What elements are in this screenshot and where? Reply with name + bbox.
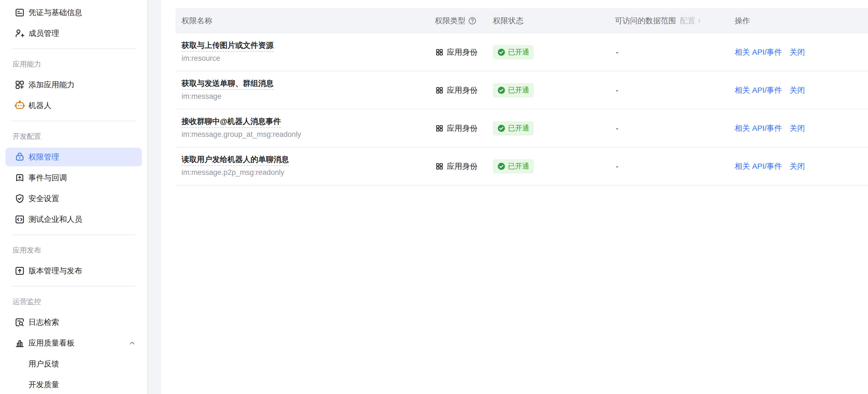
sidebar-subitem-dev-quality[interactable]: 开发质量 <box>0 374 147 394</box>
status-badge: 已开通 <box>493 159 534 173</box>
permission-name: 接收群聊中@机器人消息事件 <box>182 118 281 128</box>
permission-type: 应用身份 <box>447 123 477 133</box>
column-header-type: 权限类型 <box>435 15 493 26</box>
app-identity-icon <box>435 47 444 57</box>
developer-console-page: 凭证与基础信息 成员管理 应用能力 <box>0 0 868 394</box>
sidebar-item-label: 安全设置 <box>29 193 59 204</box>
permission-name: 读取用户发给机器人的单聊消息 <box>182 156 289 166</box>
grid-plus-icon <box>14 79 25 90</box>
sidebar-item-events-callbacks[interactable]: 事件与回调 <box>0 167 147 188</box>
status-badge: 已开通 <box>493 45 534 59</box>
app-identity-icon <box>435 162 444 171</box>
sidebar-divider <box>0 230 147 240</box>
sidebar-item-label: 权限管理 <box>29 152 59 162</box>
configure-scope-link[interactable]: 配置 <box>680 15 703 26</box>
bar-chart-icon <box>14 338 25 349</box>
sidebar-item-label: 日志检索 <box>29 317 59 328</box>
check-circle-icon <box>497 86 505 94</box>
sidebar-divider <box>0 281 147 291</box>
column-header-name: 权限名称 <box>176 15 435 26</box>
permission-code: im:message.p2p_msg:readonly <box>182 168 435 177</box>
sidebar: 凭证与基础信息 成员管理 应用能力 <box>0 0 148 394</box>
sidebar-section-app-capabilities: 应用能力 <box>0 54 147 74</box>
permissions-table: 权限名称 权限类型 权限状态 <box>176 8 868 186</box>
table-row: 接收群聊中@机器人消息事件 im:message.group_at_msg:re… <box>176 109 868 147</box>
permissions-content: 权限名称 权限类型 权限状态 <box>161 0 868 394</box>
permission-type: 应用身份 <box>447 85 477 96</box>
close-permission-link[interactable]: 关闭 <box>790 123 805 133</box>
scope-value: - <box>615 162 618 171</box>
robot-icon <box>14 100 25 111</box>
sidebar-section-ops-monitoring: 运营监控 <box>0 291 147 312</box>
sidebar-divider <box>0 116 147 126</box>
chevron-up-icon[interactable] <box>128 339 136 347</box>
close-permission-link[interactable]: 关闭 <box>790 85 805 96</box>
column-header-scope: 可访问的数据范围 配置 <box>615 15 735 26</box>
column-header-status: 权限状态 <box>493 15 615 26</box>
permission-code: im:message.group_at_msg:readonly <box>182 130 435 139</box>
sidebar-item-label: 添加应用能力 <box>29 79 74 90</box>
sidebar-item-credentials[interactable]: 凭证与基础信息 <box>0 2 147 23</box>
sidebar-item-log-search[interactable]: 日志检索 <box>0 312 147 333</box>
sidebar-content-gutter <box>148 0 161 394</box>
sidebar-item-permissions[interactable]: 权限管理 <box>5 148 142 166</box>
help-circle-icon[interactable] <box>468 17 476 25</box>
related-api-events-link[interactable]: 相关 API/事件 <box>735 85 782 96</box>
sidebar-divider <box>0 44 147 54</box>
close-permission-link[interactable]: 关闭 <box>790 47 805 58</box>
permission-name: 获取与发送单聊、群组消息 <box>182 79 274 90</box>
related-api-events-link[interactable]: 相关 API/事件 <box>735 47 782 58</box>
check-circle-icon <box>497 162 505 170</box>
id-card-icon <box>14 7 25 18</box>
table-row: 获取与上传图片或文件资源 im:resource 应用身份 已开通 <box>176 33 868 71</box>
close-permission-link[interactable]: 关闭 <box>790 161 805 171</box>
sidebar-item-label: 版本管理与发布 <box>29 266 82 276</box>
sidebar-item-add-capability[interactable]: 添加应用能力 <box>0 74 147 95</box>
log-search-icon <box>14 317 25 328</box>
app-identity-icon <box>435 124 444 133</box>
sidebar-item-version-release[interactable]: 版本管理与发布 <box>0 261 147 281</box>
user-plus-icon <box>14 28 25 39</box>
scope-value: - <box>615 48 618 57</box>
status-badge: 已开通 <box>493 83 534 97</box>
scope-value: - <box>615 124 618 133</box>
sidebar-item-label: 测试企业和人员 <box>29 214 82 225</box>
upload-square-icon <box>14 265 25 276</box>
column-header-actions: 操作 <box>735 15 868 26</box>
sidebar-subitem-user-feedback[interactable]: 用户反馈 <box>0 354 147 374</box>
app-identity-icon <box>435 86 444 95</box>
lock-icon <box>14 152 25 163</box>
event-plus-icon <box>14 172 25 183</box>
permission-name: 获取与上传图片或文件资源 <box>182 42 274 52</box>
sidebar-item-quality-dashboard[interactable]: 应用质量看板 <box>0 333 147 354</box>
sidebar-item-label: 凭证与基础信息 <box>29 7 82 18</box>
check-circle-icon <box>497 48 505 56</box>
sidebar-section-app-release: 应用发布 <box>0 240 147 261</box>
sidebar-item-label: 应用质量看板 <box>29 338 74 348</box>
sidebar-item-members[interactable]: 成员管理 <box>0 23 147 44</box>
chevron-right-icon <box>696 17 703 24</box>
table-row: 读取用户发给机器人的单聊消息 im:message.p2p_msg:readon… <box>176 147 868 186</box>
related-api-events-link[interactable]: 相关 API/事件 <box>735 161 782 171</box>
permission-type: 应用身份 <box>447 47 477 58</box>
sidebar-item-label: 事件与回调 <box>29 173 67 183</box>
sidebar-item-test-org-users[interactable]: 测试企业和人员 <box>0 209 147 230</box>
permission-code: im:message <box>182 92 435 101</box>
sidebar-item-label: 成员管理 <box>29 28 59 39</box>
table-header-row: 权限名称 权限类型 权限状态 <box>176 8 868 33</box>
status-badge: 已开通 <box>493 121 534 135</box>
permission-type: 应用身份 <box>447 161 477 171</box>
sidebar-section-dev-config: 开发配置 <box>0 126 147 147</box>
sidebar-item-bot[interactable]: 机器人 <box>0 95 147 116</box>
scope-value: - <box>615 86 618 95</box>
sidebar-item-label: 机器人 <box>29 100 52 111</box>
check-circle-icon <box>497 124 505 132</box>
related-api-events-link[interactable]: 相关 API/事件 <box>735 123 782 133</box>
code-square-icon <box>14 214 25 225</box>
permission-code: im:resource <box>182 54 435 63</box>
table-row: 获取与发送单聊、群组消息 im:message 应用身份 已开通 <box>176 71 868 109</box>
shield-check-icon <box>14 193 25 204</box>
sidebar-item-security-settings[interactable]: 安全设置 <box>0 188 147 209</box>
